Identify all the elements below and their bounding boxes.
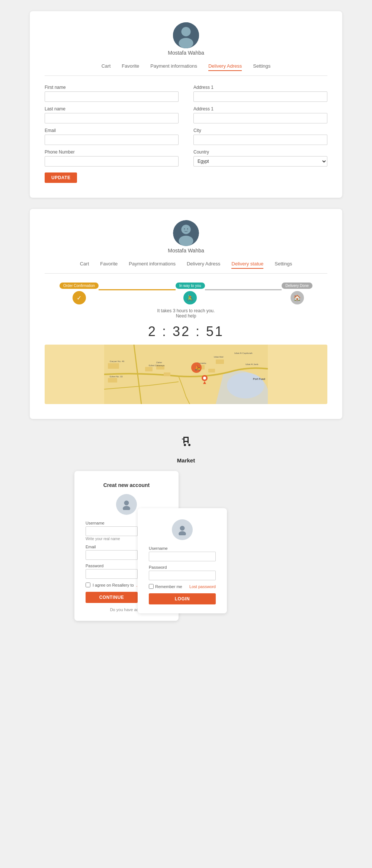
last-name-field: Last name [45,106,179,123]
step3-badge: Delivery Done [282,283,312,289]
country-label: Country [193,149,327,155]
step-1: Order Confirmation ✓ [60,283,99,304]
nav-tabs-1: Cart Favorite Payment informations Deliv… [45,63,327,76]
progress-tracker: Order Confirmation ✓ In way to you 🚴 Del… [60,283,312,304]
progress-line-2 [205,289,282,290]
tab-favorite[interactable]: Favorite [122,63,139,71]
address1-field: Address 1 [193,85,327,102]
remember-label: Remember me [155,584,182,589]
last-name-input[interactable] [45,113,179,123]
nav-tabs-2: Cart Favorite Payment informations Deliv… [45,261,327,274]
tab2-delivery-status[interactable]: Delivery statue [231,261,263,269]
svg-rect-14 [164,372,170,376]
svg-point-29 [203,377,206,380]
step-3: Delivery Done 🏠 [282,283,312,304]
avatar-2 [173,220,199,246]
progress-line-1 [99,289,176,290]
market-logo-section: Market [0,434,372,464]
svg-text:Garyan No. 46: Garyan No. 46 [110,360,125,362]
svg-rect-33 [183,437,189,438]
login-password-field: Password [149,565,216,580]
step2-icon: 🚴 [183,291,197,304]
svg-text:Zaher: Zaher [156,361,162,364]
step2-badge: In way to you [176,283,205,289]
country-select[interactable]: Egypt [193,156,327,167]
svg-point-6 [184,228,185,229]
last-name-label: Last name [45,106,179,112]
profile-name-2: Mostafa Wahba [168,248,204,254]
svg-text:Ezbet Zakareya: Ezbet Zakareya [149,364,165,367]
login-avatar [172,519,193,540]
svg-point-2 [179,38,193,48]
tab2-cart[interactable]: Cart [80,261,89,269]
svg-point-40 [180,526,185,531]
delivery-address-card: Mostafa Wahba Cart Favorite Payment info… [30,11,342,198]
address1-label: Address 1 [193,85,327,90]
update-button[interactable]: UPDATE [45,172,77,183]
email-label: Email [45,128,179,133]
phone-label: Phone Number [45,149,179,155]
svg-text:Izbat Al Janb: Izbat Al Janb [246,363,259,365]
svg-text:Port Fuad: Port Fuad [253,378,265,380]
login-username-label: Username [149,546,216,551]
svg-rect-16 [208,369,215,372]
tab2-settings[interactable]: Settings [275,261,292,269]
login-username-input[interactable] [149,552,216,561]
agree-text: I agree on Resallery to [93,583,134,587]
tab2-delivery-address[interactable]: Delivery Adress [187,261,220,269]
step1-badge: Order Confirmation [60,283,99,289]
address1b-label: Address 1 [193,106,327,112]
register-password-input[interactable] [86,569,138,579]
address1-input[interactable] [193,91,327,102]
address-form: First name Address 1 Last name Address 1… [45,85,327,167]
svg-point-36 [188,444,190,446]
countdown-timer: 2 : 32 : 51 [45,324,327,339]
login-password-label: Password [149,565,216,569]
delivery-info: It takes 3 hours to reach you. Need help [45,308,327,319]
svg-rect-17 [216,359,224,364]
login-button[interactable]: LOGIN [149,593,216,604]
svg-point-38 [124,501,129,506]
remember-checkbox[interactable] [149,584,154,589]
email-input[interactable] [45,135,179,145]
tab2-favorite[interactable]: Favorite [100,261,118,269]
login-password-input[interactable] [149,571,216,580]
svg-point-35 [184,444,186,446]
email-field: Email [45,128,179,145]
need-help-link[interactable]: Need help [45,313,327,319]
city-label: City [193,128,327,133]
svg-rect-34 [183,441,189,442]
country-field: Country Egypt [193,149,327,167]
svg-text:Izbat Abd: Izbat Abd [214,356,223,358]
market-label: Market [177,457,195,464]
tab2-payment[interactable]: Payment informations [129,261,176,269]
market-icon [177,434,195,456]
auth-section: Creat new account Username Write your re… [30,471,342,649]
address1b-field: Address 1 [193,106,327,123]
agree-checkbox[interactable] [86,583,90,587]
register-email-input[interactable] [86,550,138,560]
address1b-input[interactable] [193,113,327,123]
tab-settings[interactable]: Settings [253,63,270,71]
phone-input[interactable] [45,156,179,167]
map-container: Garyan No. 46 Ezbet No. 33 Ezbet Zakarey… [45,345,327,404]
city-input[interactable] [193,135,327,145]
lost-password-link[interactable]: Lost password [189,584,216,589]
first-name-field: First name [45,85,179,102]
step1-icon: ✓ [73,291,86,304]
profile-name: Mostafa Wahba [168,50,204,56]
map-svg: Garyan No. 46 Ezbet No. 33 Ezbet Zakarey… [45,345,327,404]
tab-payment[interactable]: Payment informations [150,63,197,71]
continue-button[interactable]: CONTINUE [86,592,138,603]
remember-left: Remember me [149,584,182,589]
tab-cart[interactable]: Cart [102,63,111,71]
first-name-label: First name [45,85,179,90]
delivery-text: It takes 3 hours to reach you. [45,308,327,313]
svg-text:Izbat Al Caydunah: Izbat Al Caydunah [234,352,253,354]
svg-rect-12 [145,367,153,371]
first-name-input[interactable] [45,91,179,102]
login-username-field: Username [149,546,216,561]
tab-delivery-address[interactable]: Delivery Adress [208,63,242,71]
svg-point-41 [179,531,186,535]
register-username-input[interactable] [86,526,138,536]
